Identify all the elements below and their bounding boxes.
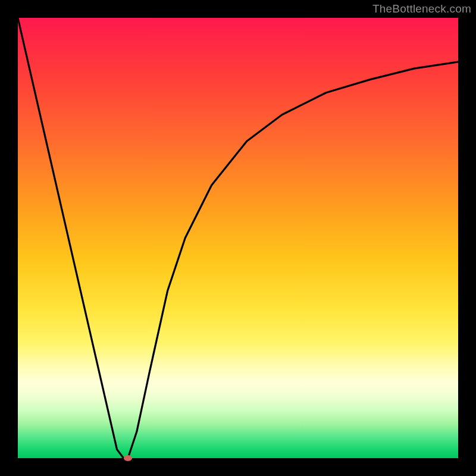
bottleneck-curve (18, 18, 458, 458)
curve-path (18, 18, 458, 458)
min-point-marker (124, 455, 132, 461)
chart-frame: TheBottleneck.com (0, 0, 476, 476)
watermark-text: TheBottleneck.com (372, 2, 471, 15)
plot-area (18, 18, 458, 458)
